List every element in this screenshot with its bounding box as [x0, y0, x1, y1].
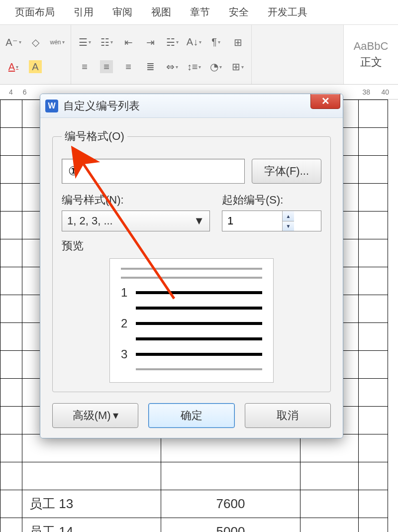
spinner-down-icon[interactable]: ▼ — [282, 221, 294, 231]
cell-name[interactable]: 员工 13 — [22, 490, 161, 518]
table-row[interactable]: 员工 14 5000 — [0, 518, 388, 532]
pilcrow-icon[interactable]: ¶ — [209, 36, 222, 49]
dialog-title-bar[interactable]: W 自定义编号列表 ✕ — [40, 94, 343, 118]
align-right-icon[interactable]: ≡ — [122, 60, 135, 73]
font-group: A⁻ ◇ wén A A — [0, 25, 71, 84]
ruler-mark: 6 — [23, 88, 27, 96]
number-format-legend: 编号格式(O) — [62, 129, 127, 144]
ruler-mark: 38 — [362, 88, 370, 96]
ruler-mark: 40 — [381, 88, 389, 96]
preview-line — [121, 268, 262, 270]
start-number-input[interactable] — [222, 211, 282, 231]
indent-icon[interactable]: ⇥ — [144, 36, 157, 49]
dialog-button-row: 高级(M) ▾ 确定 取消 — [52, 403, 331, 428]
sort-icon[interactable]: A↓ — [188, 36, 200, 49]
highlight-icon[interactable]: A — [29, 60, 42, 73]
preview-box: 1 2 3 — [109, 258, 274, 383]
menu-page-layout[interactable]: 页面布局 — [15, 5, 55, 19]
preview-line — [121, 277, 262, 279]
preview-line — [136, 307, 262, 310]
preview-number: 3 — [121, 347, 130, 361]
bullet-list-icon[interactable]: ☰ — [78, 36, 91, 49]
start-number-label: 起始编号(S): — [222, 193, 321, 208]
font-color-icon[interactable]: A — [7, 60, 20, 73]
number-format-group: 编号格式(O) 字体(F)... 编号样式(N): 1, 2, 3, ... ▼… — [52, 129, 331, 392]
menu-sections[interactable]: 章节 — [190, 5, 210, 19]
ok-button[interactable]: 确定 — [148, 403, 234, 428]
preview-line — [136, 368, 262, 370]
table-row[interactable]: 员工 13 7600 — [0, 490, 388, 518]
number-format-input[interactable] — [62, 159, 245, 184]
preview-number: 2 — [121, 317, 130, 330]
number-style-value: 1, 2, 3, ... — [67, 214, 113, 227]
justify-icon[interactable]: ≣ — [144, 60, 157, 73]
eraser-icon[interactable]: ◇ — [29, 36, 42, 49]
ribbon: A⁻ ◇ wén A A ☰ ☷ ⇤ ⇥ ☵ A↓ ¶ ⊞ ≡ ≡ ≡ ≣ ⇔ … — [0, 25, 398, 85]
shrink-font-icon[interactable]: A⁻ — [7, 36, 20, 49]
dialog-body: 编号格式(O) 字体(F)... 编号样式(N): 1, 2, 3, ... ▼… — [40, 118, 343, 438]
menu-security[interactable]: 安全 — [229, 5, 249, 19]
preview-line — [136, 322, 262, 325]
cancel-button[interactable]: 取消 — [245, 403, 331, 428]
chevron-down-icon: ▼ — [194, 214, 204, 227]
number-list-icon[interactable]: ☷ — [100, 36, 113, 49]
line-spacing-icon[interactable]: ↕≡ — [188, 60, 200, 73]
preview-label: 预览 — [62, 238, 321, 253]
preview-line — [136, 337, 262, 340]
advanced-button-label: 高级(M) — [73, 408, 111, 423]
align-center-icon[interactable]: ≡ — [100, 60, 113, 73]
dialog-title: 自定义编号列表 — [63, 99, 140, 113]
preview-line — [136, 353, 262, 356]
borders-icon[interactable]: ⊞ — [231, 60, 244, 73]
spinner-up-icon[interactable]: ▲ — [282, 211, 294, 221]
style-name: 正文 — [360, 55, 382, 70]
menu-dev-tools[interactable]: 开发工具 — [268, 5, 307, 19]
phonetic-icon[interactable]: wén — [51, 36, 64, 49]
start-number-spinner[interactable]: ▲ ▼ — [222, 211, 321, 231]
cell-value[interactable]: 7600 — [161, 490, 300, 518]
font-button[interactable]: 字体(F)... — [252, 159, 321, 184]
outdent-icon[interactable]: ⇤ — [122, 36, 135, 49]
menu-view[interactable]: 视图 — [151, 5, 171, 19]
style-sample: AaBbC — [354, 40, 389, 53]
preview-line — [136, 291, 262, 294]
number-style-select[interactable]: 1, 2, 3, ... ▼ — [62, 211, 210, 231]
cell-value[interactable]: 5000 — [161, 518, 300, 532]
close-button[interactable]: ✕ — [310, 94, 340, 109]
menu-bar: 页面布局 引用 审阅 视图 章节 安全 开发工具 — [0, 0, 398, 25]
paragraph-group: ☰ ☷ ⇤ ⇥ ☵ A↓ ¶ ⊞ ≡ ≡ ≡ ≣ ⇔ ↕≡ ◔ ⊞ — [71, 25, 252, 84]
distribute-icon[interactable]: ⇔ — [166, 60, 179, 73]
app-icon: W — [45, 100, 58, 112]
menu-references[interactable]: 引用 — [74, 5, 94, 19]
menu-review[interactable]: 审阅 — [112, 5, 132, 19]
close-icon: ✕ — [321, 95, 330, 107]
number-style-label: 编号样式(N): — [62, 193, 210, 208]
ruler-mark: 4 — [9, 88, 13, 96]
cell-name[interactable]: 员工 14 — [22, 518, 161, 532]
text-direction-icon[interactable]: ☵ — [166, 36, 179, 49]
insert-table-icon[interactable]: ⊞ — [231, 36, 244, 49]
advanced-button[interactable]: 高级(M) ▾ — [52, 403, 138, 428]
align-left-icon[interactable]: ≡ — [78, 60, 91, 73]
preview-number: 1 — [121, 286, 130, 300]
shading-icon[interactable]: ◔ — [209, 60, 222, 73]
custom-number-list-dialog: W 自定义编号列表 ✕ 编号格式(O) 字体(F)... 编号样式(N): 1,… — [40, 94, 343, 438]
chevron-down-icon: ▾ — [113, 409, 118, 422]
style-gallery[interactable]: AaBbC 正文 — [343, 25, 398, 84]
